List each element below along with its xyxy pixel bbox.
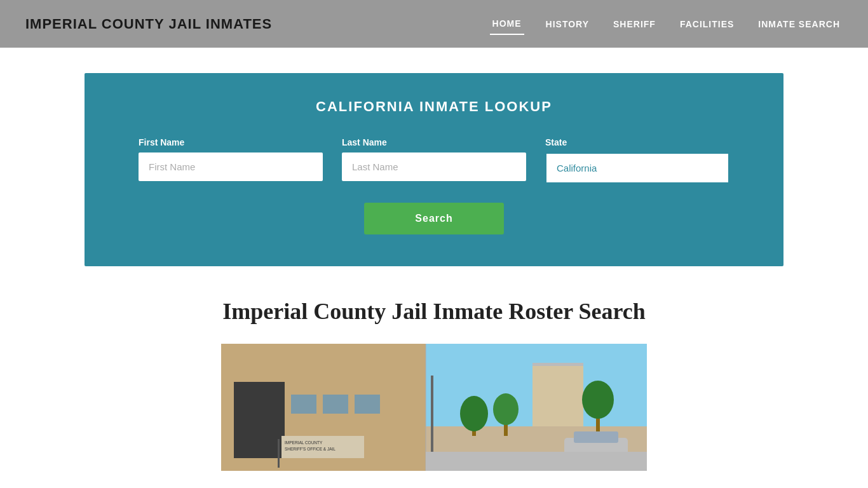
first-name-label: First Name [139, 137, 323, 147]
nav-item-facilities[interactable]: FACILITIES [677, 14, 736, 34]
main-nav: HOME HISTORY SHERIFF FACILITIES INMATE S… [490, 13, 843, 35]
jail-image-container: IMPERIAL COUNTY SHERIFF'S OFFICE & JAIL [110, 344, 758, 471]
roster-search-title: Imperial County Jail Inmate Roster Searc… [110, 298, 758, 325]
site-header: IMPERIAL COUNTY JAIL INMATES HOME HISTOR… [0, 0, 868, 48]
svg-text:SHERIFF'S OFFICE & JAIL: SHERIFF'S OFFICE & JAIL [285, 447, 336, 451]
svg-rect-5 [323, 395, 348, 414]
first-name-input[interactable] [139, 152, 323, 181]
search-form-row: First Name Last Name State [123, 137, 745, 184]
svg-rect-10 [278, 439, 280, 468]
state-input[interactable] [545, 152, 729, 184]
svg-rect-13 [532, 363, 583, 366]
search-button[interactable]: Search [364, 203, 503, 234]
svg-point-17 [493, 393, 519, 425]
last-name-input[interactable] [342, 152, 526, 181]
svg-rect-21 [574, 431, 618, 443]
last-name-label: Last Name [342, 137, 526, 147]
nav-item-inmate-search[interactable]: INMATE SEARCH [756, 14, 843, 34]
svg-text:IMPERIAL COUNTY: IMPERIAL COUNTY [285, 440, 323, 445]
svg-rect-6 [355, 395, 380, 414]
svg-rect-12 [532, 363, 583, 426]
svg-rect-3 [234, 382, 285, 458]
nav-item-history[interactable]: HISTORY [543, 14, 592, 34]
search-button-row: Search [123, 203, 745, 234]
svg-point-15 [460, 396, 488, 431]
state-label: State [545, 137, 729, 147]
first-name-group: First Name [139, 137, 323, 184]
content-section: Imperial County Jail Inmate Roster Searc… [85, 292, 783, 477]
svg-rect-22 [431, 376, 433, 464]
svg-rect-23 [426, 452, 647, 471]
site-title: IMPERIAL COUNTY JAIL INMATES [25, 16, 272, 32]
state-group: State [545, 137, 729, 184]
last-name-group: Last Name [342, 137, 526, 184]
nav-item-sheriff[interactable]: SHERIFF [611, 14, 658, 34]
svg-point-19 [582, 381, 614, 419]
inmate-lookup-panel: CALIFORNIA INMATE LOOKUP First Name Last… [85, 73, 783, 266]
nav-item-home[interactable]: HOME [490, 13, 524, 35]
lookup-title: CALIFORNIA INMATE LOOKUP [123, 98, 745, 115]
jail-building-image: IMPERIAL COUNTY SHERIFF'S OFFICE & JAIL [221, 344, 647, 471]
svg-rect-4 [291, 395, 316, 414]
